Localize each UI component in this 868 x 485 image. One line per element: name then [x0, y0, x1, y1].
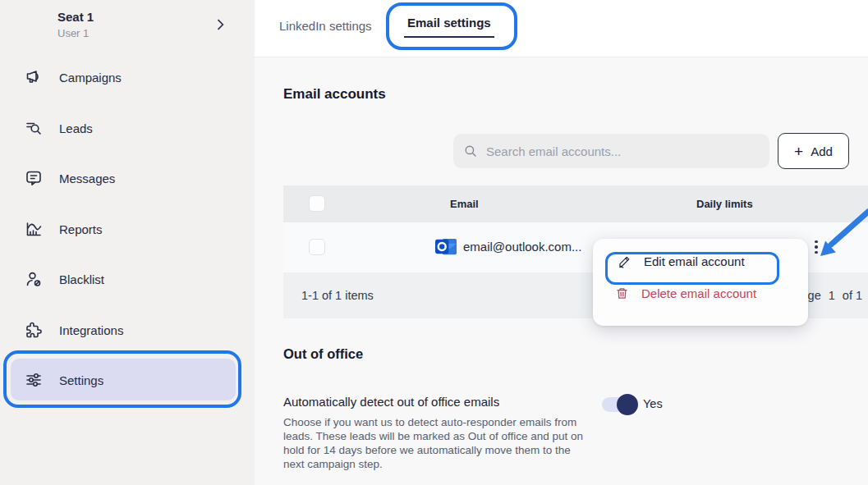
menu-item-edit-email-account[interactable]: Edit email account	[617, 254, 745, 269]
sidebar-item-blacklist[interactable]: Blacklist	[0, 263, 255, 295]
sidebar-item-messages[interactable]: Messages	[0, 162, 255, 194]
seat-title: Seat 1	[57, 10, 94, 24]
menu-item-label: Edit email account	[644, 254, 745, 268]
out-of-office-description: Choose if you want us to detect auto-res…	[283, 415, 586, 471]
sidebar-item-leads[interactable]: Leads	[0, 112, 255, 144]
sliders-icon	[24, 370, 44, 390]
sidebar-item-label: Reports	[59, 222, 103, 236]
puzzle-icon	[24, 320, 44, 340]
email-address: email@outlook.com...	[463, 240, 581, 254]
out-of-office-toggle[interactable]	[602, 397, 636, 412]
pencil-icon	[617, 254, 632, 269]
sidebar-item-label: Integrations	[59, 323, 123, 337]
tab-linkedin-settings[interactable]: LinkedIn settings	[279, 19, 372, 33]
trash-icon	[614, 286, 630, 301]
search-input[interactable]	[486, 144, 749, 158]
section-title-out-of-office: Out of office	[283, 346, 363, 362]
select-all-checkbox[interactable]	[309, 195, 325, 212]
search-box	[453, 134, 769, 168]
sidebar-item-settings[interactable]: Settings	[0, 364, 255, 396]
menu-item-label: Delete email account	[641, 286, 756, 300]
items-count: 1-1 of 1 items	[301, 289, 374, 302]
sidebar-item-reports[interactable]: Reports	[0, 213, 255, 245]
menu-item-delete-email-account[interactable]: Delete email account	[614, 286, 756, 301]
add-button[interactable]: + Add	[778, 133, 849, 169]
message-bubble-icon	[24, 168, 44, 188]
sidebar: Seat 1 User 1 Campaigns Leads Messages R…	[0, 0, 255, 485]
blocked-user-icon	[24, 269, 44, 289]
column-header-email: Email	[450, 198, 479, 210]
kebab-menu-icon[interactable]	[810, 235, 823, 259]
topbar: LinkedIn settings Email settings	[255, 0, 868, 57]
column-header-daily-limits: Daily limits	[696, 198, 753, 210]
sidebar-item-label: Messages	[59, 172, 115, 185]
seat-selector[interactable]: Seat 1 User 1	[57, 10, 94, 39]
megaphone-icon	[24, 67, 44, 87]
seat-subtitle: User 1	[57, 27, 94, 39]
toggle-value-label: Yes	[643, 397, 663, 410]
sidebar-item-label: Campaigns	[59, 71, 122, 85]
search-icon	[463, 144, 478, 158]
pagination-current: 1	[829, 289, 835, 302]
sidebar-item-label: Leads	[59, 121, 93, 135]
plus-icon: +	[794, 144, 803, 159]
chevron-right-icon[interactable]	[212, 16, 228, 33]
pagination-total: of 1	[843, 289, 862, 302]
add-button-label: Add	[811, 144, 833, 158]
table-header-row: Email Daily limits	[283, 185, 868, 222]
sidebar-item-campaigns[interactable]: Campaigns	[0, 61, 255, 94]
toggle-knob	[617, 394, 638, 415]
out-of-office-setting-label: Automatically detect out of office email…	[283, 395, 499, 409]
sidebar-item-label: Blacklist	[59, 272, 104, 286]
chart-icon	[24, 219, 44, 239]
sidebar-item-integrations[interactable]: Integrations	[0, 313, 255, 346]
outlook-icon	[435, 236, 457, 258]
sidebar-item-label: Settings	[59, 373, 103, 387]
tab-email-settings[interactable]: Email settings	[404, 16, 494, 38]
section-title-email-accounts: Email accounts	[283, 86, 386, 103]
row-context-menu: Edit email account Delete email account	[593, 239, 808, 326]
row-checkbox[interactable]	[309, 239, 325, 255]
lead-search-icon	[24, 118, 44, 138]
